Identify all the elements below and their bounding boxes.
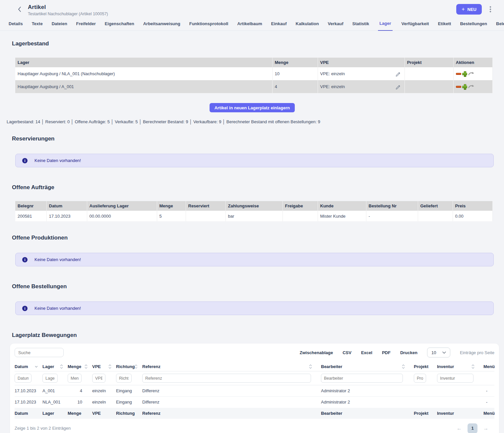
sort-icon (85, 364, 88, 369)
footer-col-lager: Lager (42, 408, 68, 419)
tab-artikelbaum[interactable]: Artikelbaum (237, 21, 262, 30)
col-richtung[interactable]: Richtung (116, 362, 142, 371)
col-projekt[interactable]: Projekt (409, 362, 433, 371)
tab-bestellungen[interactable]: Bestellungen (460, 21, 487, 30)
col-lager[interactable]: Lager (42, 362, 68, 371)
cell-menge: 4 (68, 385, 92, 397)
tab-etikett[interactable]: Etikett (438, 21, 451, 30)
col-inventur[interactable]: Inventur (433, 362, 479, 371)
cell-vpe: VPE: einzeln (318, 80, 405, 93)
col-kunde: Kunde (318, 201, 366, 211)
bewegungen-card: Zwischenablage CSV Excel PDF Drucken 10 … (10, 344, 499, 433)
decrease-stock-icon[interactable] (456, 73, 461, 75)
export-csv-button[interactable]: CSV (343, 350, 351, 355)
filter-datum-input[interactable] (15, 374, 31, 383)
neu-button[interactable]: + NEU (456, 4, 482, 15)
page-size-label: Einträge pro Seite (460, 350, 494, 355)
increase-stock-icon[interactable] (462, 84, 467, 89)
tab-einkauf[interactable]: Einkauf (271, 21, 287, 30)
tab-funktionsprotokoll[interactable]: Funktionsprotokoll (189, 21, 228, 30)
bewegungen-card-footer: Zeige 1 bis 2 von 2 Einträgen ← 1 → (15, 419, 494, 433)
cell-menge: 10 (272, 67, 318, 80)
edit-vpe-icon[interactable] (395, 84, 401, 89)
filter-menge-input[interactable] (68, 374, 82, 383)
back-button[interactable] (16, 7, 23, 12)
export-drucken-button[interactable]: Drucken (400, 350, 417, 355)
filter-inventur-input[interactable] (437, 374, 473, 383)
vpe-value: VPE: einzeln (320, 71, 345, 76)
einlagern-button[interactable]: Artikel in neuen Lagerplatz einlagern (210, 103, 295, 112)
col-aktionen: Aktionen (453, 58, 492, 67)
footer-col-menu: Menü (479, 408, 494, 419)
lagerbestand-header-row: Lager Menge VPE Projekt Aktionen (15, 58, 492, 67)
col-belegnr: Belegnr (15, 201, 46, 211)
tab-details[interactable]: Details (9, 21, 23, 30)
footer-col-datum: Datum (15, 408, 42, 419)
export-zwischenablage-button[interactable]: Zwischenablage (300, 350, 333, 355)
transfer-stock-icon[interactable] (468, 72, 474, 76)
section-reservierungen-title: Reservierungen (12, 135, 492, 142)
page-size-select[interactable]: 10 (427, 348, 450, 357)
export-excel-button[interactable]: Excel (361, 350, 372, 355)
next-page-icon[interactable]: → (483, 425, 488, 431)
cell-lager: Hauptlager Augsburg / NLA_001 (Nachschub… (15, 67, 272, 80)
col-bearbeiter[interactable]: Bearbeiter (317, 362, 409, 371)
filter-projekt-input[interactable] (414, 374, 426, 383)
tab-verkauf[interactable]: Verkauf (328, 21, 344, 30)
filter-lager-input[interactable] (42, 374, 58, 383)
prev-page-icon[interactable]: ← (457, 425, 462, 431)
col-reserviert: Reserviert (186, 201, 225, 211)
bewegung-row: 17.10.2023 A_001 4 einzeln Eingang Diffe… (15, 385, 494, 397)
entries-info: Zeige 1 bis 2 von 2 Einträgen (15, 426, 71, 431)
auftraege-table: Belegnr Datum Auslieferung Lager Menge R… (15, 201, 493, 221)
footer-col-projekt: Projekt (409, 408, 433, 419)
cell-lager: Hauptlager Augsburg / A_001 (15, 80, 272, 93)
edit-vpe-icon[interactable] (395, 71, 401, 77)
col-menge[interactable]: Menge (68, 362, 92, 371)
cell-projekt (409, 385, 433, 397)
title-block: Artikel Testartikel Nachschublager (Arti… (28, 4, 108, 16)
tab-freifelder[interactable]: Freifelder (76, 21, 96, 30)
increase-stock-icon[interactable] (462, 71, 467, 76)
tab-kalkulation[interactable]: Kalkulation (296, 21, 319, 30)
tab-texte[interactable]: Texte (32, 21, 43, 30)
col-referenz[interactable]: Referenz (142, 362, 317, 371)
cell-richtung: Eingang (116, 385, 142, 397)
col-preis: Preis (453, 201, 492, 211)
cell-bearbeiter: Administrator 2 (317, 397, 409, 408)
tab-verfuegbarkeit[interactable]: Verfügbarkeit (402, 21, 429, 30)
vpe-value: VPE: einzeln (320, 84, 345, 89)
auftraege-header-row: Belegnr Datum Auslieferung Lager Menge R… (15, 201, 492, 211)
chevron-down-icon (442, 352, 446, 354)
lagerbestand-row: Hauptlager Augsburg / NLA_001 (Nachschub… (15, 67, 492, 80)
tab-dateien[interactable]: Dateien (52, 21, 67, 30)
col-datum[interactable]: Datum (15, 362, 42, 371)
footer-col-richtung: Richtung (116, 408, 142, 419)
export-pdf-button[interactable]: PDF (382, 350, 391, 355)
search-input[interactable] (15, 348, 64, 357)
cell-datum: 17.10.2023 (15, 385, 42, 397)
current-page-button[interactable]: 1 (468, 423, 477, 433)
tab-belege[interactable]: Belege (496, 21, 504, 30)
kebab-menu-icon[interactable] (488, 5, 492, 14)
bewegungen-header-row: Datum Lager Menge VPE Richtung Referenz … (15, 362, 494, 371)
filter-bearbeiter-input[interactable] (321, 374, 403, 383)
cell-vpe: VPE: einzeln (318, 67, 405, 80)
footer-col-inventur: Inventur (433, 408, 479, 419)
col-vpe[interactable]: VPE (92, 362, 116, 371)
tab-eigenschaften[interactable]: Eigenschaften (105, 21, 134, 30)
info-icon: i (22, 257, 28, 262)
sort-icon (60, 364, 63, 369)
filter-referenz-input[interactable] (142, 374, 311, 383)
filter-richtung-input[interactable] (116, 374, 132, 383)
filter-vpe-input[interactable] (92, 374, 105, 383)
tab-lager[interactable]: Lager (378, 21, 392, 31)
tab-arbeitsanweisung[interactable]: Arbeitsanweisung (143, 21, 180, 30)
transfer-stock-icon[interactable] (468, 84, 474, 89)
col-geliefert: Geliefert (418, 201, 453, 211)
col-freigabe: Freigabe (283, 201, 318, 211)
col-menu[interactable]: Menü (479, 362, 494, 371)
decrease-stock-icon[interactable] (456, 86, 461, 88)
tab-statistik[interactable]: Statistik (352, 21, 369, 30)
cell-referenz: Differenz (142, 385, 317, 397)
